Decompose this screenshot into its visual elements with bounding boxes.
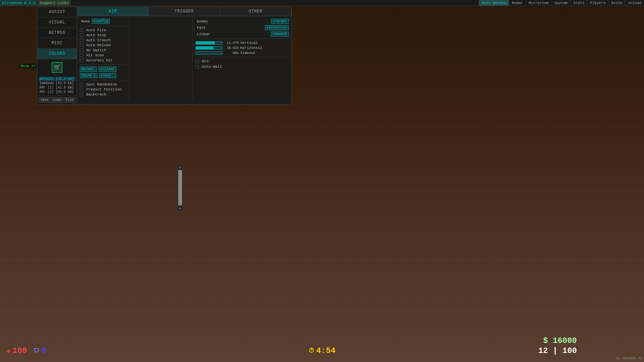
config-item-iamdown[interactable]: IamDown [42.5 KB] [39, 81, 75, 85]
enemy-label: Enemy [197, 19, 208, 23]
tab-binds[interactable]: Binds [608, 0, 625, 6]
accuracy-hit-row: Accuracy Hit [80, 58, 126, 62]
auto-reload-checkbox[interactable] [80, 44, 83, 47]
linear-label: Linear [197, 32, 210, 36]
tab-other[interactable]: OTHER [220, 7, 291, 16]
tab-radar[interactable]: Radar [509, 0, 526, 6]
load-button[interactable]: Load [51, 97, 63, 103]
auto-stop-row: Auto Stop [80, 33, 126, 37]
normal-silent-row: Normal ▼ Silent [80, 67, 126, 72]
config-item-default[interactable]: default [42.5 KB] [39, 77, 75, 81]
normal-dropdown[interactable]: Normal [80, 67, 97, 72]
timeout-slider[interactable] [196, 51, 222, 55]
spine1-dropdown[interactable]: Spine 1 [80, 73, 97, 78]
file-button[interactable]: File [64, 97, 75, 103]
timeout-value: 0ms [224, 51, 239, 55]
tab-spycam[interactable]: SpyCam [551, 0, 571, 6]
dropdown-arrow-icon: ▼ [94, 20, 95, 23]
fast-label: Fast [197, 26, 206, 30]
sidebar-item-visual[interactable]: VISUAL [37, 17, 77, 28]
right-content: AIM TRIGGER OTHER None ▼ Config Auto Fir… [77, 7, 292, 105]
horizontal-slider-row: 10.929 Horizontal [196, 46, 289, 50]
divider-other-2 [196, 57, 289, 57]
fast-selection-row: Fast ▼ Selection [196, 25, 289, 30]
divider-1 [80, 26, 126, 26]
auto-reload-label: Auto Reload [86, 43, 111, 47]
backtrack-checkbox[interactable] [80, 93, 83, 96]
spot-randomize-checkbox[interactable] [80, 83, 83, 86]
hud-timer: ⏱ 4:54 [309, 346, 336, 355]
target-dropdown[interactable]: ▼ Target [271, 19, 289, 24]
sidebar-item-assist[interactable]: ASSIST [37, 7, 77, 17]
config-list: default [42.5 KB] IamDown [42.5 KB] RRr … [37, 75, 77, 96]
spine-spot-row: Spine 1 ▼ Spot [80, 73, 126, 78]
aim-column: None ▼ Config Auto Fire Auto Stop [77, 16, 129, 100]
auto-fire-label: Auto Fire [86, 28, 106, 32]
tab-mirrorcam[interactable]: MirrorCam [526, 0, 551, 6]
config-item-rrr1[interactable]: RRr (1) [42.5 KB] [39, 85, 75, 90]
smooth-arrow-icon: ▼ [273, 33, 274, 36]
top-bar: UltraHook 0.4.3 Support Links Main Windo… [0, 0, 644, 6]
version-label: UltraHook 0.4.3 [0, 0, 37, 6]
rcs-label: RCS [202, 59, 209, 63]
predict-position-row: Predict Position [80, 87, 126, 92]
health-icon: ✚ [7, 347, 11, 355]
hit-scan-checkbox[interactable] [80, 54, 83, 57]
vertical-slider[interactable] [196, 41, 222, 45]
predict-position-checkbox[interactable] [80, 88, 83, 91]
armor-icon: 🛡 [34, 347, 40, 354]
divider-other-1 [196, 39, 289, 39]
scroll-thumb[interactable] [178, 170, 182, 205]
sidebar-item-netmsg[interactable]: NETMSG [37, 28, 77, 38]
vertical-slider-row: 11.475 Vertical [196, 41, 289, 45]
horizontal-slider[interactable] [196, 46, 222, 50]
config-item-rrr2[interactable]: RRr (2) [42.5 KB] [39, 90, 75, 94]
hud-ammo: 12 | 100 [538, 346, 577, 355]
silent-dropdown[interactable]: ▼ Silent [99, 67, 116, 72]
none-label: None [81, 19, 90, 23]
tab-main-window[interactable]: Main Window [479, 0, 509, 6]
unload-button[interactable]: Unload [625, 0, 644, 6]
timer-icon: ⏱ [309, 347, 315, 354]
timer-value: 4:54 [316, 346, 336, 355]
smooth-dropdown[interactable]: ▼ Smooth [271, 32, 289, 37]
save-button[interactable]: Save [39, 97, 50, 103]
none-config-row: None ▼ Config [80, 19, 126, 24]
spot-dropdown[interactable]: ▼ Spot [99, 73, 116, 78]
hud-logo: HL-SERVERS.RU [616, 357, 642, 360]
auto-reload-row: Auto Reload [80, 43, 126, 47]
silent-arrow-icon: ▼ [100, 68, 102, 71]
scroll-up-button[interactable]: ▲ [177, 165, 183, 169]
rcs-checkbox[interactable] [196, 60, 199, 63]
hud-bottom-left: ✚ 100 🛡 0 [7, 346, 46, 355]
timeout-slider-row: 0ms Timeout [196, 51, 289, 55]
hud-health: ✚ 100 [7, 346, 27, 355]
spot-arrow-icon: ▼ [101, 74, 103, 77]
sidebar-item-misc[interactable]: MISC [37, 38, 77, 49]
tab-aim[interactable]: AIM [77, 7, 149, 16]
config-dropdown[interactable]: ▼ Config [92, 19, 110, 24]
autowall-checkbox[interactable] [196, 65, 199, 68]
autowall-label: Auto Wall [202, 65, 222, 69]
accuracy-hit-label: Accuracy Hit [86, 58, 113, 62]
tab-trigger[interactable]: TRIGGER [149, 7, 220, 16]
spot-randomize-label: Spot Randomize [86, 82, 117, 86]
auto-stop-checkbox[interactable] [80, 34, 83, 37]
selection-dropdown[interactable]: ▼ Selection [265, 25, 289, 30]
accuracy-hit-checkbox[interactable] [80, 59, 83, 62]
scrollbar[interactable]: ▲ ▼ [177, 164, 183, 211]
auto-crouch-checkbox[interactable] [80, 39, 83, 42]
tab-stats[interactable]: Stats [570, 0, 587, 6]
sidebar-item-colors[interactable]: COLORS [37, 49, 77, 59]
scroll-down-button[interactable]: ▼ [177, 206, 183, 211]
auto-fire-row: Auto Fire [80, 28, 126, 32]
cart-icon[interactable]: 🛒 [52, 62, 62, 73]
cart-icon-area: 🛒 [37, 59, 77, 75]
auto-fire-checkbox[interactable] [80, 28, 83, 32]
support-links-button[interactable]: Support Links [38, 0, 71, 6]
no-switch-checkbox[interactable] [80, 49, 83, 52]
auto-stop-label: Auto Stop [86, 33, 106, 37]
no-switch-row: No Switch [80, 48, 126, 52]
rcs-row: RCS [196, 59, 289, 63]
tab-players[interactable]: Players [587, 0, 608, 6]
